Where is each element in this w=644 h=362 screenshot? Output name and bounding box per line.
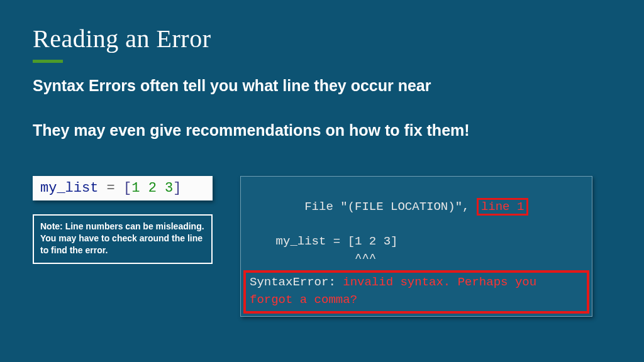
subtitle-2: They may even give recommendations on ho… [33, 121, 611, 140]
code-token-num1: 1 [131, 180, 140, 196]
code-token-lbracket: [ [123, 180, 131, 196]
title-underline [33, 60, 63, 63]
error-output: File "(FILE LOCATION)", line 1 my_list =… [240, 176, 592, 317]
code-space [157, 180, 165, 196]
note-box: Note: Line numbers can be misleading. Yo… [33, 214, 213, 264]
slide-title: Reading an Error [33, 24, 611, 53]
right-column: File "(FILE LOCATION)", line 1 my_list =… [240, 176, 592, 317]
note-line-1: Note: Line numbers can be misleading. [40, 221, 205, 233]
error-line-highlight: line 1 [477, 198, 528, 216]
code-token-eq: = [98, 180, 123, 196]
error-label: SyntaxError: [250, 275, 343, 289]
code-snippet: my_list = [1 2 3] [33, 176, 213, 200]
error-message-highlight: SyntaxError: invalid syntax. Perhaps you… [243, 270, 589, 314]
note-line-2: You may have to check around the line to… [40, 233, 205, 256]
error-file-prefix: File "(FILE LOCATION)", [304, 200, 477, 214]
error-code-line: my_list = [1 2 3] [247, 233, 586, 251]
error-caret-line: ^^^ [247, 250, 586, 268]
content-row: my_list = [1 2 3] Note: Line numbers can… [33, 176, 611, 317]
code-token-name: my_list [40, 180, 98, 196]
code-token-num2: 2 [148, 180, 157, 196]
code-token-num3: 3 [165, 180, 173, 196]
code-space [140, 180, 148, 196]
left-column: my_list = [1 2 3] Note: Line numbers can… [33, 176, 213, 264]
subtitle-1: Syntax Errors often tell you what line t… [33, 77, 611, 95]
error-file-line: File "(FILE LOCATION)", line 1 [247, 180, 586, 233]
code-token-rbracket: ] [173, 180, 181, 196]
